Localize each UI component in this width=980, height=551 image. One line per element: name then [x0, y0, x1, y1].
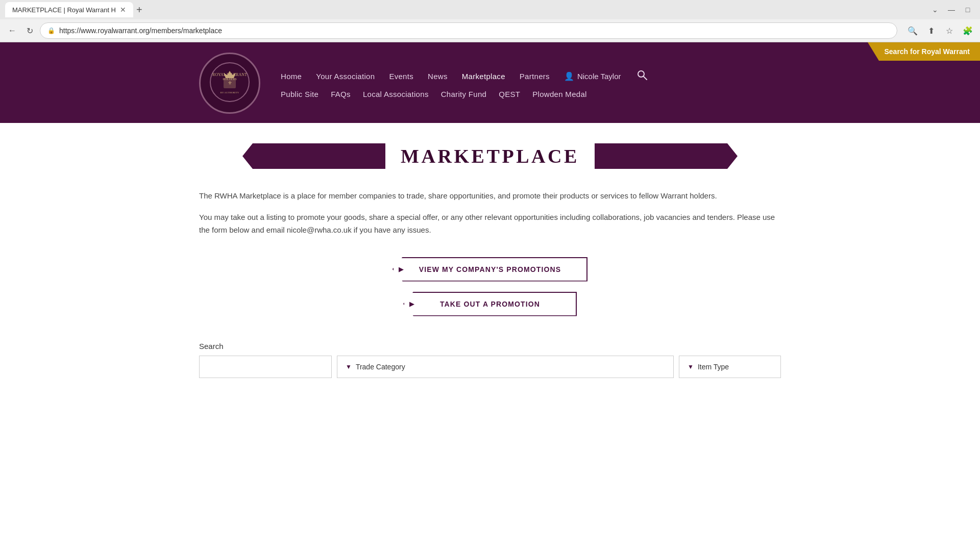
address-bar[interactable]: 🔒 https://www.royalwarrant.org/members/m…	[40, 22, 897, 39]
trade-category-dropdown-arrow: ▼	[346, 363, 352, 370]
btn-arrow-left-1: ▶	[399, 266, 404, 273]
minimize-button[interactable]: —	[944, 3, 959, 17]
search-input-wrap	[199, 356, 332, 378]
browser-controls: ← ↻ 🔒 https://www.royalwarrant.org/membe…	[0, 19, 980, 42]
nav-secondary: Public Site FAQs Local Associations Char…	[281, 90, 587, 98]
site-header: Search for Royal Warrant ROYAL WARRANT H…	[0, 42, 980, 123]
description-section: The RWHA Marketplace is a place for memb…	[199, 189, 781, 237]
extensions-button[interactable]: 🧩	[961, 23, 975, 38]
nav-primary: Home Your Association Events News Market…	[281, 68, 649, 85]
description-paragraph-1: The RWHA Marketplace is a place for memb…	[199, 189, 781, 203]
nav-local-associations[interactable]: Local Associations	[363, 90, 429, 98]
tab-title: MARKETPLACE | Royal Warrant H	[12, 6, 116, 14]
item-type-dropdown-arrow: ▼	[688, 363, 694, 370]
new-tab-button[interactable]: +	[136, 5, 142, 15]
item-type-filter[interactable]: ▼ Item Type	[679, 356, 781, 378]
window-controls: ⌄ — □	[928, 3, 975, 17]
nav-marketplace[interactable]: Marketplace	[462, 72, 505, 81]
user-name: Nicole Taylor	[577, 72, 621, 81]
browser-search-button[interactable]: 🔍	[905, 23, 920, 38]
close-tab-button[interactable]: ✕	[120, 6, 126, 14]
page-title: MARKETPLACE	[385, 145, 595, 167]
nav-partners[interactable]: Partners	[520, 72, 550, 81]
logo-area[interactable]: ROYAL WARRANT HOLDERS ⚜ BY AUTHORITY	[199, 53, 260, 114]
logo-circle: ROYAL WARRANT HOLDERS ⚜ BY AUTHORITY	[199, 53, 260, 114]
browser-titlebar: MARKETPLACE | Royal Warrant H ✕ + ⌄ — □	[0, 0, 980, 19]
nav-your-association[interactable]: Your Association	[316, 72, 375, 81]
share-button[interactable]: ⬆	[924, 23, 938, 38]
svg-point-7	[638, 71, 644, 77]
browser-toolbar-right: 🔍 ⬆ ☆ 🧩	[905, 23, 975, 38]
svg-text:BY AUTHORITY: BY AUTHORITY	[220, 91, 239, 94]
search-input[interactable]	[199, 356, 332, 378]
url-text: https://www.royalwarrant.org/members/mar…	[59, 27, 890, 35]
banner-ribbon-right	[595, 143, 738, 169]
page-banner: MARKETPLACE	[199, 143, 781, 169]
trade-category-filter[interactable]: ▼ Trade Category	[337, 356, 674, 378]
logo-emblem: ROYAL WARRANT HOLDERS ⚜ BY AUTHORITY	[209, 62, 250, 105]
browser-chrome: MARKETPLACE | Royal Warrant H ✕ + ⌄ — □ …	[0, 0, 980, 42]
lock-icon: 🔒	[47, 27, 55, 34]
bookmark-button[interactable]: ☆	[942, 23, 957, 38]
nav-qest[interactable]: QEST	[499, 90, 520, 98]
header-search-button[interactable]	[635, 68, 649, 85]
search-section: Search ▼ Trade Category ▼ Item Type	[199, 342, 781, 378]
nav-public-site[interactable]: Public Site	[281, 90, 318, 98]
nav-news[interactable]: News	[428, 72, 448, 81]
user-nav[interactable]: 👤 Nicole Taylor	[564, 71, 621, 81]
refresh-button[interactable]: ↻	[22, 23, 37, 38]
nav-area: Home Your Association Events News Market…	[260, 68, 781, 98]
browser-tab[interactable]: MARKETPLACE | Royal Warrant H ✕	[5, 2, 133, 17]
view-promotions-button[interactable]: ▶ VIEW MY COMPANY'S PROMOTIONS	[393, 257, 587, 282]
maximize-button[interactable]: □	[961, 3, 975, 17]
window-dropdown-button[interactable]: ⌄	[928, 3, 942, 17]
back-button[interactable]: ←	[5, 23, 19, 38]
search-row: ▼ Trade Category ▼ Item Type	[199, 356, 781, 378]
nav-charity-fund[interactable]: Charity Fund	[441, 90, 486, 98]
nav-home[interactable]: Home	[281, 72, 302, 81]
user-icon: 👤	[564, 71, 574, 81]
take-promotion-button[interactable]: ▶ TAKE OUT A PROMOTION	[403, 292, 577, 316]
header-inner: ROYAL WARRANT HOLDERS ⚜ BY AUTHORITY Hom…	[184, 53, 796, 114]
buttons-section: ▶ VIEW MY COMPANY'S PROMOTIONS ▶ TAKE OU…	[199, 257, 781, 316]
description-paragraph-2: You may take out a listing to promote yo…	[199, 211, 781, 237]
item-type-label: Item Type	[698, 363, 729, 371]
nav-faqs[interactable]: FAQs	[331, 90, 351, 98]
btn-arrow-left-2: ▶	[409, 300, 414, 308]
svg-line-8	[644, 77, 647, 80]
nav-events[interactable]: Events	[389, 72, 413, 81]
banner-ribbon-left	[242, 143, 385, 169]
search-label: Search	[199, 342, 781, 350]
search-corner-banner[interactable]: Search for Royal Warrant	[868, 42, 980, 61]
nav-plowden-medal[interactable]: Plowden Medal	[532, 90, 586, 98]
trade-category-label: Trade Category	[356, 363, 405, 371]
svg-text:⚜: ⚜	[228, 80, 232, 86]
main-content: MARKETPLACE The RWHA Marketplace is a pl…	[184, 123, 796, 398]
